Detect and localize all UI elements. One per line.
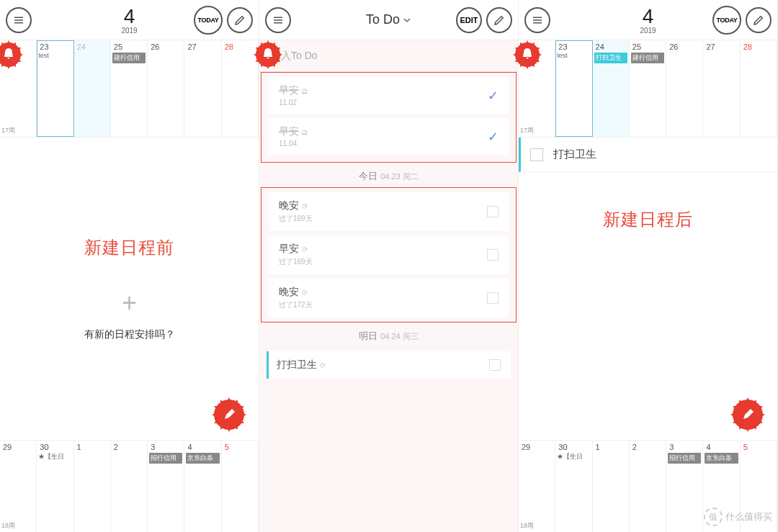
day-cell[interactable]: 4京东白条 — [184, 441, 221, 532]
day-cell[interactable]: 5 — [222, 441, 259, 532]
add-icon[interactable]: + — [122, 288, 137, 318]
menu-button[interactable] — [6, 7, 32, 33]
section-today: 今日04.23 周二 — [259, 163, 518, 187]
today-button[interactable]: TODAY — [194, 6, 223, 35]
day-cell[interactable]: 1 — [74, 441, 111, 532]
calendar-week-17: 8.1823test2425建行信用26272817周 — [0, 40, 259, 137]
check-icon: ✓ — [488, 88, 498, 104]
day-cell[interactable]: 27 — [184, 40, 221, 137]
edit-button[interactable] — [746, 7, 772, 33]
todo-input[interactable]: 输入To Do — [259, 40, 518, 72]
todo-item[interactable]: 早安⟳过了169天 — [269, 235, 509, 274]
todo-item[interactable]: 早安⟳11.04 ✓ — [269, 118, 509, 155]
day-cell[interactable]: 2 — [630, 441, 666, 532]
header: To Do EDIT — [259, 0, 518, 40]
day-cell[interactable]: 2 — [111, 441, 148, 532]
day-cell[interactable]: 30★【生日 — [37, 441, 73, 532]
menu-button[interactable] — [265, 7, 291, 33]
section-tomorrow: 明日04.24 周三 — [259, 323, 518, 347]
day-cell[interactable]: 24 — [74, 40, 111, 137]
panel-todo: To Do EDIT 输入To Do 上次完成时间 早安⟳11.02 ✓ 早安⟳… — [259, 0, 519, 532]
todo-item[interactable]: 早安⟳11.02 ✓ — [269, 77, 509, 114]
prompt-text: 有新的日程安排吗？ — [84, 328, 175, 341]
day-cell[interactable]: 30★【生日 — [555, 441, 592, 532]
calendar-week-17: 8.1823test24打扫卫生25建行信用26272817周 — [519, 40, 777, 137]
day-cell[interactable]: 27 — [703, 40, 740, 137]
todo-item[interactable]: 打扫卫生⟳ — [267, 351, 511, 379]
day-cell[interactable]: 24打扫卫生 — [593, 40, 630, 137]
checkbox[interactable] — [487, 292, 498, 304]
checkbox[interactable] — [487, 249, 498, 261]
bell-icon[interactable] — [0, 39, 24, 71]
fab-edit-button[interactable] — [211, 397, 247, 433]
day-cell[interactable]: 28 — [741, 40, 777, 137]
edit-button[interactable] — [486, 7, 512, 33]
header: 4 2019 TODAY — [0, 0, 259, 40]
fab-edit-button[interactable] — [730, 397, 766, 433]
edit-text-button[interactable]: EDIT — [456, 7, 482, 33]
checkbox[interactable] — [489, 359, 501, 371]
checkbox[interactable] — [530, 148, 543, 161]
day-cell[interactable]: 23test — [555, 40, 592, 137]
panel-before: 4 2019 TODAY 8.1823test2425建行信用26272817周… — [0, 0, 259, 532]
chevron-down-icon — [403, 16, 411, 24]
day-cell[interactable]: 3招行信用 — [148, 441, 184, 532]
calendar-week-18: 2930★【生日123招行信用4京东白条518周 — [0, 440, 259, 532]
bell-icon[interactable] — [252, 39, 284, 71]
day-cell[interactable]: 23test — [37, 40, 73, 137]
day-cell[interactable]: 3招行信用 — [666, 441, 703, 532]
day-cell[interactable]: 26 — [148, 40, 184, 137]
bell-icon[interactable] — [511, 39, 543, 71]
today-button[interactable]: TODAY — [712, 6, 741, 35]
panel-after: 4 2019 TODAY 8.1823test24打扫卫生25建行信用26272… — [519, 0, 778, 532]
task-list: 打扫卫生 新建日程后 — [519, 137, 777, 440]
empty-area: 新建日程前 + 有新的日程安排吗？ — [0, 137, 259, 440]
day-cell[interactable]: 29 — [519, 441, 555, 532]
list-item[interactable]: 打扫卫生 — [519, 137, 777, 172]
day-cell[interactable]: 25建行信用 — [630, 40, 666, 137]
annotation-before: 新建日程前 — [84, 236, 174, 259]
annotation-after: 新建日程后 — [519, 208, 777, 231]
menu-button[interactable] — [524, 7, 550, 33]
todo-item[interactable]: 晚安⟳过了169天 — [269, 192, 509, 231]
check-icon: ✓ — [488, 129, 498, 145]
day-cell[interactable]: 1 — [593, 441, 630, 532]
day-cell[interactable]: 26 — [666, 40, 703, 137]
todo-item[interactable]: 晚安⟳过了172天 — [269, 279, 509, 317]
day-cell[interactable]: 29 — [0, 441, 37, 532]
header: 4 2019 TODAY — [519, 0, 777, 40]
day-cell[interactable]: 25建行信用 — [111, 40, 148, 137]
checkbox[interactable] — [487, 206, 498, 217]
watermark: 值什么值得买 — [704, 508, 772, 526]
todo-list: 上次完成时间 早安⟳11.02 ✓ 早安⟳11.04 ✓ 今日04.23 周二 … — [259, 72, 518, 532]
edit-button[interactable] — [227, 7, 253, 33]
